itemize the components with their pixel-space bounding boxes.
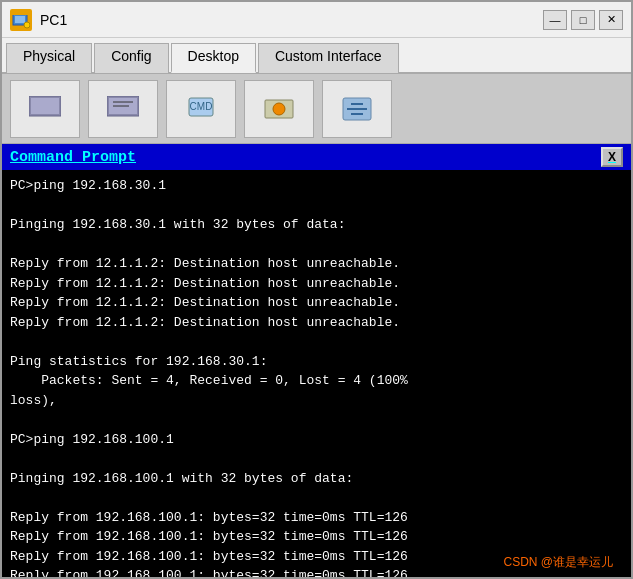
terminal-title: Command Prompt bbox=[10, 149, 136, 166]
terminal-line-14 bbox=[10, 449, 623, 469]
window-title: PC1 bbox=[40, 12, 535, 28]
terminal-line-13: PC>ping 192.168.100.1 bbox=[10, 430, 623, 450]
terminal-line-12 bbox=[10, 410, 623, 430]
terminal-title-bar: Command Prompt X bbox=[2, 144, 631, 170]
tab-bar: Physical Config Desktop Custom Interface bbox=[2, 38, 631, 74]
icon-bar: CMD bbox=[2, 74, 631, 144]
maximize-button[interactable]: □ bbox=[571, 10, 595, 30]
tab-desktop[interactable]: Desktop bbox=[171, 43, 256, 73]
title-bar: PC1 — □ ✕ bbox=[2, 2, 631, 38]
main-window: PC1 — □ ✕ Physical Config Desktop Custom… bbox=[0, 0, 633, 579]
tab-custom-interface[interactable]: Custom Interface bbox=[258, 43, 399, 73]
app-icon-2[interactable] bbox=[88, 80, 158, 138]
watermark: CSDN @谁是幸运儿 bbox=[503, 554, 613, 571]
terminal-line-1 bbox=[10, 196, 623, 216]
svg-text:CMD: CMD bbox=[190, 101, 213, 112]
svg-point-3 bbox=[24, 22, 30, 28]
app-icon-5[interactable] bbox=[322, 80, 392, 138]
terminal-body[interactable]: PC>ping 192.168.30.1 Pinging 192.168.30.… bbox=[2, 170, 631, 577]
terminal-close-button[interactable]: X bbox=[601, 147, 623, 167]
svg-rect-1 bbox=[15, 16, 25, 23]
content-area: CMD Command Prompt bbox=[2, 74, 631, 577]
app-icon-3[interactable]: CMD bbox=[166, 80, 236, 138]
tab-physical[interactable]: Physical bbox=[6, 43, 92, 73]
window-controls: — □ ✕ bbox=[543, 10, 623, 30]
terminal-line-11: loss), bbox=[10, 391, 623, 411]
terminal-line-15: Pinging 192.168.100.1 with 32 bytes of d… bbox=[10, 469, 623, 489]
app-icon-4[interactable] bbox=[244, 80, 314, 138]
svg-rect-5 bbox=[31, 98, 59, 114]
svg-rect-2 bbox=[12, 13, 30, 15]
terminal-line-5: Reply from 12.1.1.2: Destination host un… bbox=[10, 274, 623, 294]
svg-point-13 bbox=[273, 103, 285, 115]
app-icon-1[interactable] bbox=[10, 80, 80, 138]
tab-config[interactable]: Config bbox=[94, 43, 168, 73]
terminal-line-3 bbox=[10, 235, 623, 255]
terminal-line-17: Reply from 192.168.100.1: bytes=32 time=… bbox=[10, 508, 623, 528]
terminal-line-9: Ping statistics for 192.168.30.1: bbox=[10, 352, 623, 372]
terminal-line-0: PC>ping 192.168.30.1 bbox=[10, 176, 623, 196]
terminal-line-18: Reply from 192.168.100.1: bytes=32 time=… bbox=[10, 527, 623, 547]
terminal-line-8 bbox=[10, 332, 623, 352]
terminal-line-16 bbox=[10, 488, 623, 508]
window-icon bbox=[10, 9, 32, 31]
terminal-line-6: Reply from 12.1.1.2: Destination host un… bbox=[10, 293, 623, 313]
close-button[interactable]: ✕ bbox=[599, 10, 623, 30]
terminal-line-10: Packets: Sent = 4, Received = 0, Lost = … bbox=[10, 371, 623, 391]
terminal-line-7: Reply from 12.1.1.2: Destination host un… bbox=[10, 313, 623, 333]
minimize-button[interactable]: — bbox=[543, 10, 567, 30]
terminal-line-2: Pinging 192.168.30.1 with 32 bytes of da… bbox=[10, 215, 623, 235]
terminal-line-4: Reply from 12.1.1.2: Destination host un… bbox=[10, 254, 623, 274]
terminal-container: Command Prompt X PC>ping 192.168.30.1 Pi… bbox=[2, 144, 631, 577]
